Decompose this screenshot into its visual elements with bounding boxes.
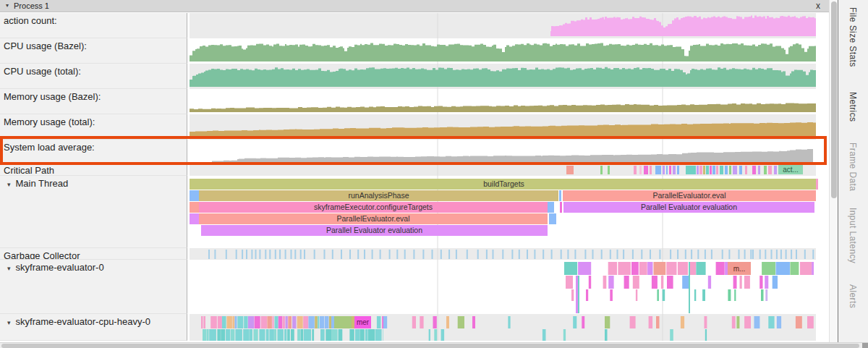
system-load-highlight-box (0, 136, 827, 165)
sidebar-tab-metrics[interactable]: Metrics (848, 92, 858, 122)
horizontal-scrollbar-thumb[interactable] (1, 344, 859, 348)
row-label-cpu-bazel: CPU usage (Bazel): (0, 38, 187, 64)
process-header[interactable]: ▾ Process 1 x (0, 0, 829, 12)
row-label-text: action count: (4, 15, 57, 26)
scrollbar-corner (862, 343, 868, 348)
row-label-action-count: action count: (0, 13, 187, 38)
process-title: Process 1 (14, 1, 49, 10)
chevron-down-icon[interactable]: ▾ (6, 3, 9, 9)
horizontal-scrollbar[interactable] (0, 342, 868, 348)
row-label-text: skyframe-evaluator-cpu-heavy-0 (16, 316, 150, 327)
row-track-main-thread[interactable] (190, 176, 816, 248)
row-label-text: CPU usage (Bazel): (4, 41, 87, 51)
close-icon[interactable]: x (816, 1, 820, 11)
row-label-skycpu[interactable]: ▾skyframe-evaluator-cpu-heavy-0 (0, 314, 187, 341)
row-label-cpu-total: CPU usage (total): (0, 64, 187, 89)
row-label-mem-bazel: Memory usage (Bazel): (0, 89, 187, 114)
row-label-critical-path: Critical Path (0, 165, 187, 176)
row-label-text: CPU usage (total): (4, 66, 81, 77)
sidebar-tab-alerts[interactable]: Alerts (848, 284, 858, 308)
row-track-cpu-total[interactable] (190, 64, 816, 89)
sidebar-tab-input-latency[interactable]: Input Latency (848, 208, 858, 263)
row-track-critical-path[interactable] (190, 165, 816, 176)
row-label-text: Memory usage (Bazel): (4, 91, 101, 102)
row-label-text: Memory usage (total): (4, 116, 95, 127)
trace-viewer: action count:CPU usage (Bazel):CPU usage… (0, 0, 868, 348)
row-label-sky0[interactable]: ▾skyframe-evaluator-0 (0, 260, 187, 314)
chevron-down-icon[interactable]: ▾ (7, 265, 11, 272)
sidebar-tab-file-size-stats[interactable]: File Size Stats (848, 7, 858, 67)
row-label-main-thread[interactable]: ▾Main Thread (0, 176, 187, 248)
vertical-scrollbar[interactable] (829, 0, 838, 342)
vertical-scrollbar-thumb[interactable] (831, 1, 837, 198)
row-track-gc[interactable] (190, 248, 816, 260)
right-sidebar: File Size StatsMetricsFrame DataInput La… (838, 0, 868, 342)
row-label-text: Critical Path (4, 165, 54, 176)
row-label-text: Main Thread (16, 178, 69, 189)
sidebar-tab-frame-data[interactable]: Frame Data (848, 143, 858, 191)
row-label-text: Garbage Collector (4, 250, 80, 260)
chevron-down-icon[interactable]: ▾ (7, 319, 11, 326)
row-track-mem-bazel[interactable] (190, 89, 816, 114)
chevron-down-icon[interactable]: ▾ (7, 181, 11, 188)
row-track-cpu-bazel[interactable] (190, 38, 816, 64)
row-label-text: skyframe-evaluator-0 (16, 262, 104, 273)
row-track-skycpu[interactable] (190, 314, 816, 341)
row-track-action-count[interactable] (190, 13, 816, 38)
row-track-sky0[interactable] (190, 260, 816, 314)
row-label-gc: Garbage Collector (0, 248, 187, 260)
